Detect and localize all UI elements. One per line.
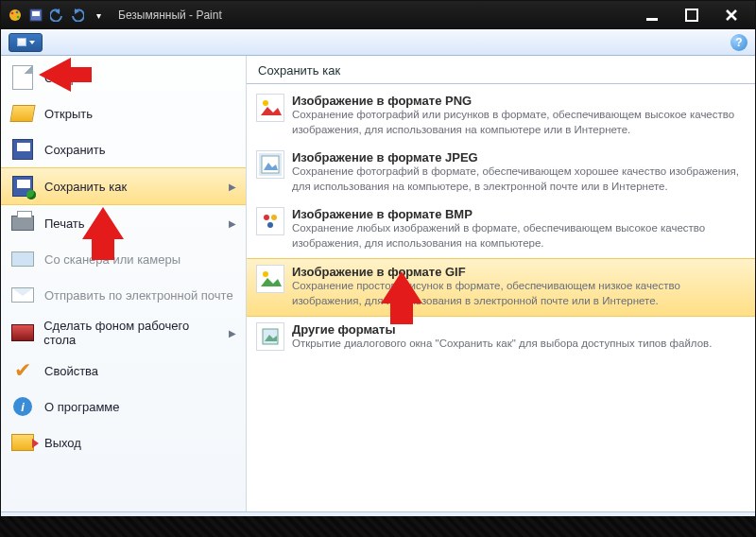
svg-rect-16 — [259, 268, 282, 290]
format-png[interactable]: Изображение в формате PNG Сохранение фот… — [247, 88, 755, 145]
svg-point-15 — [267, 222, 273, 228]
scanner-icon — [10, 247, 35, 271]
save-as-submenu: Сохранить как Изображение в формате PNG … — [247, 56, 755, 511]
svg-point-2 — [16, 11, 19, 14]
svg-point-17 — [263, 271, 268, 277]
submenu-header: Сохранить как — [247, 56, 755, 84]
quick-access-toolbar: ▾ — [1, 7, 112, 24]
menu-label: Сделать фоном рабочего стола — [43, 319, 219, 347]
menu-label: Отправить по электронной почте — [44, 288, 233, 303]
new-icon — [10, 65, 35, 90]
ribbon-bar: ? — [1, 29, 755, 56]
svg-rect-8 — [259, 96, 282, 119]
format-title: Изображение в формате BMP — [292, 207, 746, 221]
format-desc: Сохранение простого рисунок в формате, о… — [292, 279, 746, 308]
format-title: Другие форматы — [292, 322, 712, 337]
svg-point-0 — [9, 9, 21, 21]
jpeg-icon — [256, 150, 284, 179]
app-menu-icon — [17, 38, 26, 46]
menu-item-set-wallpaper[interactable]: Сделать фоном рабочего стола ▶ — [1, 313, 246, 353]
format-title: Изображение в формате JPEG — [292, 150, 746, 165]
wallpaper-icon — [10, 320, 34, 345]
menu-item-new[interactable]: Создать — [1, 60, 246, 95]
background-texture — [0, 516, 756, 537]
window-title: Безымянный - Paint — [112, 9, 628, 22]
paint-logo-icon — [7, 7, 24, 24]
save-as-icon — [10, 174, 35, 199]
minimize-button[interactable] — [642, 7, 662, 24]
svg-rect-5 — [32, 11, 40, 16]
paint-window: ▾ Безымянный - Paint ? Создать Открыть — [0, 0, 756, 537]
format-desc: Открытие диалогового окна "Сохранить как… — [292, 337, 712, 352]
svg-point-3 — [17, 16, 20, 19]
chevron-right-icon: ▶ — [229, 218, 236, 229]
format-other[interactable]: Другие форматы Открытие диалогового окна… — [247, 317, 755, 359]
application-menu: Создать Открыть Сохранить Сохранить как … — [1, 56, 755, 511]
svg-point-1 — [11, 12, 14, 15]
menu-label: Свойства — [44, 364, 98, 378]
svg-marker-20 — [39, 58, 92, 92]
menu-item-about[interactable]: i О программе — [1, 389, 246, 424]
bmp-icon — [256, 207, 284, 235]
help-button[interactable]: ? — [730, 34, 747, 51]
menu-item-exit[interactable]: Выход — [1, 424, 246, 460]
gif-icon — [256, 265, 284, 293]
format-desc: Сохранение фотографий или рисунков в фор… — [292, 108, 746, 137]
save-icon — [10, 137, 35, 162]
menu-label: Выход — [44, 436, 81, 450]
undo-icon[interactable] — [48, 7, 65, 24]
exit-icon — [10, 430, 35, 455]
redo-icon[interactable] — [69, 7, 86, 24]
svg-rect-11 — [262, 156, 279, 173]
qat-customize-icon[interactable]: ▾ — [90, 7, 107, 24]
format-bmp[interactable]: Изображение в формате BMP Сохранение люб… — [247, 201, 755, 258]
menu-label: Печать — [44, 217, 85, 231]
print-icon — [10, 211, 35, 235]
format-title: Изображение в формате PNG — [292, 94, 746, 108]
menu-label: О программе — [44, 400, 120, 414]
png-icon — [256, 94, 284, 122]
svg-rect-6 — [646, 18, 658, 21]
menu-item-properties[interactable]: ✔ Свойства — [1, 353, 246, 389]
svg-marker-21 — [82, 207, 124, 260]
maximize-button[interactable] — [681, 7, 702, 24]
info-icon: i — [10, 394, 35, 419]
format-gif[interactable]: Изображение в формате GIF Сохранение про… — [247, 258, 755, 317]
chevron-right-icon: ▶ — [229, 328, 236, 338]
application-menu-button[interactable] — [9, 33, 43, 52]
open-icon — [10, 101, 35, 126]
format-jpeg[interactable]: Изображение в формате JPEG Сохранение фо… — [247, 145, 755, 201]
svg-point-14 — [271, 215, 277, 220]
format-title: Изображение в формате GIF — [292, 265, 746, 279]
svg-point-9 — [263, 100, 268, 106]
svg-rect-7 — [686, 9, 697, 21]
format-desc: Сохранение любых изображений в формате, … — [292, 221, 746, 251]
close-button[interactable] — [721, 7, 742, 24]
menu-item-save[interactable]: Сохранить — [1, 131, 246, 167]
chevron-right-icon: ▶ — [229, 182, 236, 192]
window-controls — [628, 7, 755, 24]
mail-icon — [10, 283, 35, 307]
chevron-down-icon — [29, 41, 35, 44]
menu-label: Сохранить как — [44, 180, 127, 194]
app-menu-left: Создать Открыть Сохранить Сохранить как … — [1, 56, 247, 511]
check-icon: ✔ — [10, 358, 35, 383]
other-formats-icon — [256, 322, 284, 351]
save-icon[interactable] — [27, 7, 44, 24]
titlebar: ▾ Безымянный - Paint — [1, 1, 755, 29]
menu-item-open[interactable]: Открыть — [1, 95, 246, 131]
menu-label: Сохранить — [44, 143, 106, 157]
menu-item-email: Отправить по электронной почте — [1, 277, 246, 313]
menu-item-save-as[interactable]: Сохранить как ▶ — [1, 167, 246, 205]
svg-rect-12 — [259, 210, 282, 233]
svg-point-13 — [264, 215, 269, 220]
svg-marker-22 — [381, 271, 422, 324]
format-desc: Сохранение фотографий в формате, обеспеч… — [292, 165, 746, 194]
